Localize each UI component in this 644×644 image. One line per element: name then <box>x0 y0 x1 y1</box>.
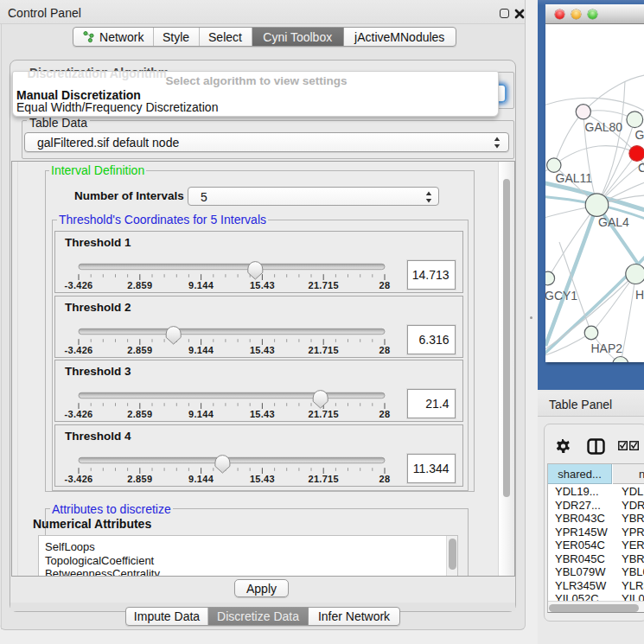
svg-text:HAP2: HAP2 <box>591 341 623 355</box>
svg-text:21.715: 21.715 <box>308 345 338 355</box>
svg-text:GAL11: GAL11 <box>556 171 593 185</box>
svg-text:15.43: 15.43 <box>250 409 275 419</box>
svg-text:2.859: 2.859 <box>127 345 152 355</box>
svg-text:9.144: 9.144 <box>188 474 214 484</box>
svg-text:-3.426: -3.426 <box>65 280 93 290</box>
svg-text:28: 28 <box>379 280 391 290</box>
svg-text:2.859: 2.859 <box>127 409 152 419</box>
svg-text:C: C <box>638 161 644 175</box>
svg-text:-3.426: -3.426 <box>65 474 93 484</box>
svg-text:28: 28 <box>379 345 391 355</box>
svg-text:H: H <box>635 288 644 302</box>
svg-text:9.144: 9.144 <box>188 345 214 355</box>
svg-text:2.859: 2.859 <box>127 280 152 290</box>
svg-text:GAL4: GAL4 <box>598 215 629 229</box>
svg-text:21.715: 21.715 <box>308 409 338 419</box>
svg-text:-3.426: -3.426 <box>65 409 93 419</box>
svg-text:9.144: 9.144 <box>188 280 214 290</box>
svg-text:28: 28 <box>379 409 391 419</box>
svg-text:GCY1: GCY1 <box>545 289 577 303</box>
svg-text:2.859: 2.859 <box>127 474 152 484</box>
svg-text:9.144: 9.144 <box>188 409 214 419</box>
svg-text:28: 28 <box>379 474 391 484</box>
svg-text:-3.426: -3.426 <box>65 345 93 355</box>
svg-text:GAL80: GAL80 <box>585 120 623 134</box>
svg-text:21.715: 21.715 <box>308 474 338 484</box>
svg-text:21.715: 21.715 <box>308 280 338 290</box>
svg-text:15.43: 15.43 <box>250 280 275 290</box>
svg-text:15.43: 15.43 <box>250 474 275 484</box>
svg-text:15.43: 15.43 <box>250 345 275 355</box>
svg-text:GA: GA <box>635 128 644 142</box>
